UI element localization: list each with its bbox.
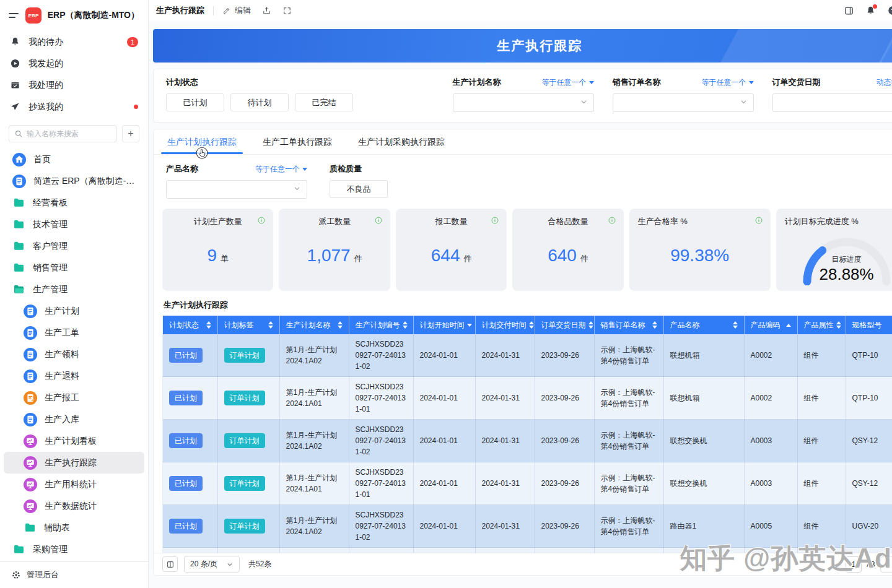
quick-item-cc-to-me[interactable]: 抄送我的 (0, 96, 148, 118)
info-icon[interactable] (491, 216, 499, 227)
sidebar-item-sales-mgmt[interactable]: 销售管理 (4, 257, 144, 279)
column-header-start[interactable]: 计划开始时间 (413, 316, 475, 334)
stat-unit: 单 (221, 253, 229, 264)
delivery-date-select[interactable] (772, 93, 892, 112)
cell-spec: QSY-12 (846, 420, 892, 462)
quick-item-my-todos[interactable]: 我的待办1 (0, 31, 148, 53)
info-icon[interactable] (257, 216, 266, 227)
order-name-operator[interactable]: 等于任意一个 (702, 77, 754, 88)
sidebar-item-production-picking[interactable]: 生产领料 (4, 344, 144, 365)
product-name-select[interactable] (166, 180, 307, 199)
sort-asc-icon (733, 321, 738, 324)
sidebar-item-plan-board[interactable]: 生产计划看板 (4, 430, 144, 452)
gauge-label: 目标进度 (785, 254, 892, 265)
plan-status-option-planned[interactable]: 已计划 (166, 93, 224, 111)
table-scroll-wrap[interactable]: 计划状态计划标签生产计划名称生产计划编号计划开始时间计划交付时间订单交货日期销售… (162, 316, 892, 553)
cell-order: 示例：上海帆软-第4份销售订单 (594, 548, 663, 553)
help-icon[interactable]: ? (887, 5, 892, 16)
doc-icon (24, 326, 37, 340)
page-size-select[interactable]: 20 条/页 (184, 556, 240, 573)
column-settings-button[interactable] (162, 556, 178, 572)
plan-name-operator[interactable]: 等于任意一个 (542, 77, 594, 88)
prev-page-button[interactable] (880, 556, 892, 573)
content: 生产执行跟踪 计划状态 已计划 待计划 已完结 生产计划名称 等于任意一个 (149, 21, 892, 588)
add-app-button[interactable]: + (122, 125, 139, 142)
column-header-delivery[interactable]: 订单交货日期 (535, 316, 594, 334)
table-row[interactable]: 已计划订单计划第1月-生产计划 2024.1A02SCJHXSDD230927-… (163, 334, 892, 377)
search-input-box[interactable] (9, 125, 117, 142)
sidebar-item-customer-mgmt[interactable]: 客户管理 (4, 235, 144, 257)
column-header-status[interactable]: 计划状态 (163, 316, 217, 334)
delivery-date-operator[interactable]: 动态筛选 (877, 77, 892, 88)
plan-name-select[interactable] (453, 93, 594, 112)
sidebar-item-biz-board[interactable]: 经营看板 (4, 192, 144, 214)
quick-item-label: 我处理的 (28, 80, 138, 91)
gauge-value: 28.88% (785, 265, 892, 284)
cell-start: 2024-01-01 (413, 548, 475, 553)
product-name-operator[interactable]: 等于任意一个 (255, 164, 307, 175)
sidebar-item-production-inbound[interactable]: 生产入库 (4, 409, 144, 430)
sidebar-item-material-stats[interactable]: 生产用料统计 (4, 473, 144, 495)
column-header-order[interactable]: 销售订单名称 (594, 316, 663, 334)
cell-status: 已计划 (163, 420, 217, 462)
tab-workorder-tracking[interactable]: 生产工单执行跟踪 (261, 129, 333, 154)
current-page[interactable]: 1 (846, 556, 862, 573)
sidebar-item-purchase-mgmt[interactable]: 采购管理 (4, 538, 144, 560)
notifications-bell-icon[interactable] (865, 6, 876, 16)
sidebar-item-production-workorder[interactable]: 生产工单 (4, 322, 144, 344)
table-row[interactable]: 已计划订单计划第1月-生产计划 2024.1A02SCJHXSDD230927-… (163, 505, 892, 548)
cell-pcode: A0002 (744, 377, 797, 420)
column-header-pcode[interactable]: 产品编码 (744, 316, 797, 334)
sidebar-item-production-plan[interactable]: 生产计划 (4, 300, 144, 322)
sidebar-item-label: 简道云 ERP（离散制造-MTO）... (33, 176, 138, 187)
cell-delivery: 2023-09-26 (535, 420, 594, 462)
column-header-attr[interactable]: 产品属性 (797, 316, 846, 334)
table-row[interactable]: 已计划订单计划第1月-生产计划 2024.1A01SCJHXSDD230927-… (163, 462, 892, 505)
sidebar-item-home[interactable]: 首页 (4, 149, 144, 170)
tab-bar: 生产计划执行跟踪 生产工单执行跟踪 生产计划采购执行跟踪 (154, 129, 892, 155)
plan-status-option-closed[interactable]: 已完结 (295, 93, 353, 111)
share-button[interactable] (262, 6, 271, 15)
tab-purchase-tracking[interactable]: 生产计划采购执行跟踪 (357, 129, 446, 154)
panel-toggle-icon[interactable] (844, 6, 854, 16)
sidebar-item-production-return[interactable]: 生产退料 (4, 365, 144, 387)
edit-button[interactable]: 编辑 (222, 5, 251, 16)
sidebar-item-jdy-erp-doc[interactable]: 简道云 ERP（离散制造-MTO）... (4, 170, 144, 192)
sidebar-item-tech-mgmt[interactable]: 技术管理 (4, 214, 144, 235)
admin-console-item[interactable]: 管理后台 (0, 561, 148, 588)
sort-icon (529, 321, 534, 329)
column-header-code[interactable]: 生产计划编号 (349, 316, 413, 334)
cell-due: 2024-01-31 (475, 334, 535, 377)
sidebar-item-production-mgmt[interactable]: 生产管理 (4, 279, 144, 300)
filter-delivery-date: 订单交货日期 动态筛选 (772, 77, 892, 112)
menu-toggle-icon[interactable] (9, 11, 19, 20)
sidebar-item-production-report[interactable]: 生产报工 (4, 387, 144, 409)
plan-status-option-pending[interactable]: 待计划 (230, 93, 289, 111)
sidebar-item-execution-tracking[interactable]: 生产执行跟踪 (4, 452, 144, 473)
info-icon[interactable] (374, 216, 383, 227)
column-header-tag[interactable]: 计划标签 (217, 316, 279, 334)
quick-item-my-processed[interactable]: 我处理的 (0, 74, 148, 96)
quality-option-defective[interactable]: 不良品 (330, 180, 388, 198)
todo-count-badge: 1 (127, 37, 138, 47)
column-header-spec[interactable]: 规格型号 (846, 316, 892, 334)
sort-asc-icon (836, 321, 841, 324)
cell-code: SCJHXSDD230927-07-240131-02 (349, 334, 413, 377)
quick-item-my-initiated[interactable]: 我发起的 (0, 53, 148, 74)
sidebar-item-data-stats[interactable]: 生产数据统计 (4, 495, 144, 517)
order-name-select[interactable] (613, 93, 754, 112)
fullscreen-button[interactable] (282, 6, 292, 15)
table-row[interactable]: 已计划订单计划第1月-生产计划 2024.1A01SCJHXSDD230927-… (163, 548, 892, 553)
column-header-due[interactable]: 计划交付时间 (475, 316, 535, 334)
sidebar-item-aux-tables[interactable]: 辅助表 (4, 517, 144, 538)
search-input[interactable] (27, 129, 112, 138)
cell-attr: 组件 (797, 334, 846, 377)
column-header-product[interactable]: 产品名称 (663, 316, 744, 334)
table-row[interactable]: 已计划订单计划第1月-生产计划 2024.1A01SCJHXSDD230927-… (163, 377, 892, 420)
info-icon[interactable] (754, 216, 763, 227)
info-icon[interactable] (608, 216, 616, 227)
table-row[interactable]: 已计划订单计划第1月-生产计划 2024.1A02SCJHXSDD230927-… (163, 420, 892, 462)
column-header-name[interactable]: 生产计划名称 (279, 316, 349, 334)
sidebar-search-row: + (0, 119, 148, 146)
stat-title: 生产合格率 % (638, 216, 762, 227)
